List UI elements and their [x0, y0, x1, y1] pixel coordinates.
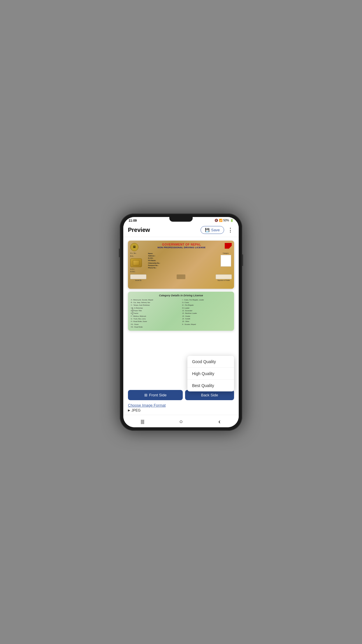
- signature-section: Signature of Holder: [216, 274, 232, 281]
- cat-H: H - Road Roller, Dozer: [131, 320, 180, 323]
- phone-screen: 11:09 🔇 📶 50% 🔋 Preview 💾 Save ⋮: [123, 217, 239, 427]
- category-grid: A - Motorcycle, Scooter, Moped B - Car, …: [131, 299, 231, 329]
- license-titles: GOVERNMENT OF NEPAL NON PROFESSIONAL DRI…: [138, 243, 225, 249]
- issued-by-box: [130, 274, 146, 279]
- cat-E: E - Tractor: [131, 312, 180, 315]
- cat-I1: I1- Crane: [182, 301, 231, 304]
- category-col-left: A - Motorcycle, Scooter, Moped B - Car, …: [131, 299, 180, 329]
- chip-box: [130, 258, 142, 267]
- more-menu-button[interactable]: ⋮: [226, 226, 234, 235]
- license-middle-col: Name: Address : D.O.B.: F/H Name: Citize: [148, 252, 218, 273]
- cat-C: C - Tempo, Auto Rickshaw: [131, 304, 180, 307]
- cat-J1: J1 - Excavator: [182, 309, 231, 312]
- dob-field: D.O.B.:: [148, 257, 218, 259]
- nav-back-button[interactable]: ‹: [215, 417, 224, 426]
- format-section: Choose Image Format ▶ JPEG: [128, 402, 234, 412]
- cat-A: A - Motorcycle, Scooter, Moped: [131, 299, 180, 301]
- phone-field: Phone No.:: [148, 267, 218, 269]
- cat-H1: H1 - Dozer: [131, 323, 180, 326]
- fh-name-field: F/H Name:: [148, 259, 218, 262]
- phone-frame: 11:09 🔇 📶 50% 🔋 Preview 💾 Save ⋮: [120, 214, 242, 431]
- issued-by-label: Issued By: [130, 279, 146, 281]
- nav-menu-icon: |||: [141, 419, 144, 424]
- cat-I3: I3- Loader: [182, 307, 231, 309]
- license-right-col: Category:: [220, 252, 232, 273]
- doi-info: D.O.I.: D.O.E.:: [130, 268, 146, 273]
- nav-menu-button[interactable]: |||: [138, 417, 147, 426]
- passport-field: Passport No.:: [148, 264, 218, 267]
- cat-J5: J5 - Other: [182, 320, 231, 323]
- cat-H2: H2 - Road Roller: [131, 326, 180, 328]
- power-button[interactable]: [242, 254, 243, 266]
- license-bottom: Issued By Signature of Holder: [130, 274, 232, 281]
- signature-box: [216, 274, 232, 279]
- address-field: Address :: [148, 255, 218, 257]
- format-value: ▶ JPEG: [128, 408, 234, 412]
- nepal-flag: [225, 243, 232, 249]
- chip-inner: [133, 260, 139, 265]
- action-buttons: ⊞ Front Side Back Side Good Quality High…: [128, 390, 234, 400]
- front-side-button[interactable]: ⊞ Front Side: [128, 390, 183, 400]
- quality-dropdown: Good Quality High Quality Best Quality: [187, 356, 234, 391]
- bg-info: B.G.:: [130, 255, 146, 258]
- signal-icon: 📶: [219, 219, 222, 222]
- cat-I2: I2 - Fire Brigade: [182, 304, 231, 307]
- nav-home-button[interactable]: ○: [177, 417, 185, 426]
- format-label[interactable]: Choose Image Format: [128, 403, 166, 407]
- format-arrow-icon: ▶: [128, 409, 130, 412]
- license-title-main: GOVERNMENT OF NEPAL: [140, 243, 224, 246]
- license-header: 🏛 GOVERNMENT OF NEPAL NON PROFESSIONAL D…: [130, 243, 232, 251]
- license-left-col: D.L. No.: B.G.: D.O.I.: D.O.E.:: [130, 252, 146, 273]
- nav-back-icon: ‹: [218, 418, 220, 426]
- category-details-title: Category Details in Driving License: [131, 294, 231, 297]
- cat-J3: J3 - Grader: [182, 315, 231, 318]
- dl-no: D.L. No.:: [130, 252, 146, 255]
- status-icons: 🔇 📶 50% 🔋: [215, 219, 233, 222]
- license-body: D.L. No.: B.G.: D.O.I.: D.O.E.:: [130, 252, 232, 273]
- issued-by-section: Issued By: [130, 274, 146, 281]
- fingerprint-box: [177, 274, 185, 279]
- name-field: Name:: [148, 252, 218, 255]
- header-actions: 💾 Save ⋮: [201, 226, 234, 235]
- photo-box: [221, 255, 231, 267]
- category-label: Category:: [223, 252, 229, 254]
- save-button[interactable]: 💾 Save: [201, 226, 224, 234]
- license-top-row: 🏛 GOVERNMENT OF NEPAL NON PROFESSIONAL D…: [130, 243, 232, 251]
- phone-notch: [169, 217, 193, 222]
- citizenship-field: Citizenship No.:: [148, 262, 218, 264]
- cat-D: D - Power Tiller: [131, 309, 180, 312]
- cat-K: K - Scooter, Moped: [182, 323, 231, 326]
- signature-label: Signature of Holder: [216, 279, 232, 281]
- format-type: JPEG: [131, 408, 140, 412]
- cat-B: B - Car, Jeep, Delivery Van: [131, 301, 180, 304]
- volume-button[interactable]: [119, 249, 120, 257]
- cat-C1: C1 - E-Rickshaw: [131, 307, 180, 309]
- nav-home-icon: ○: [179, 418, 183, 425]
- cat-J2: J2 - Backhoe Loader: [182, 312, 231, 315]
- battery-icon: 🔋: [230, 219, 233, 222]
- cat-I: I - Crane, Fire Brigade, Loader: [182, 299, 231, 301]
- nav-bar: ||| ○ ‹: [123, 415, 239, 427]
- app-header: Preview 💾 Save ⋮: [123, 223, 239, 237]
- cat-F: F - Minibus, Minitruck: [131, 315, 180, 318]
- quality-option-good[interactable]: Good Quality: [187, 356, 234, 368]
- quality-option-high[interactable]: High Quality: [187, 368, 234, 380]
- license-title-sub: NON PROFESSIONAL DRIVING LICENSE: [140, 246, 224, 249]
- back-side-container: Back Side Good Quality High Quality Best…: [185, 390, 234, 400]
- status-time: 11:09: [129, 219, 137, 222]
- bottom-area: ⊞ Front Side Back Side Good Quality High…: [123, 388, 239, 415]
- nepal-emblem: 🏛: [130, 243, 138, 251]
- license-card-back: Category Details in Driving License A - …: [128, 292, 234, 331]
- mute-icon: 🔇: [215, 219, 218, 222]
- category-col-right: I - Crane, Fire Brigade, Loader I1- Cran…: [182, 299, 231, 329]
- battery-label: 50%: [223, 219, 229, 222]
- cat-G: G - Truck, Bus, Lorry: [131, 318, 180, 320]
- quality-option-best[interactable]: Best Quality: [187, 380, 234, 391]
- serial-number: 80368828: [132, 307, 133, 315]
- save-icon: 💾: [205, 228, 210, 232]
- cat-J4: J4 - Forklift: [182, 318, 231, 320]
- license-card-front: 🏛 GOVERNMENT OF NEPAL NON PROFESSIONAL D…: [128, 241, 234, 289]
- back-side-button[interactable]: Back Side: [185, 390, 234, 400]
- front-side-icon: ⊞: [144, 393, 147, 397]
- page-title: Preview: [128, 227, 150, 233]
